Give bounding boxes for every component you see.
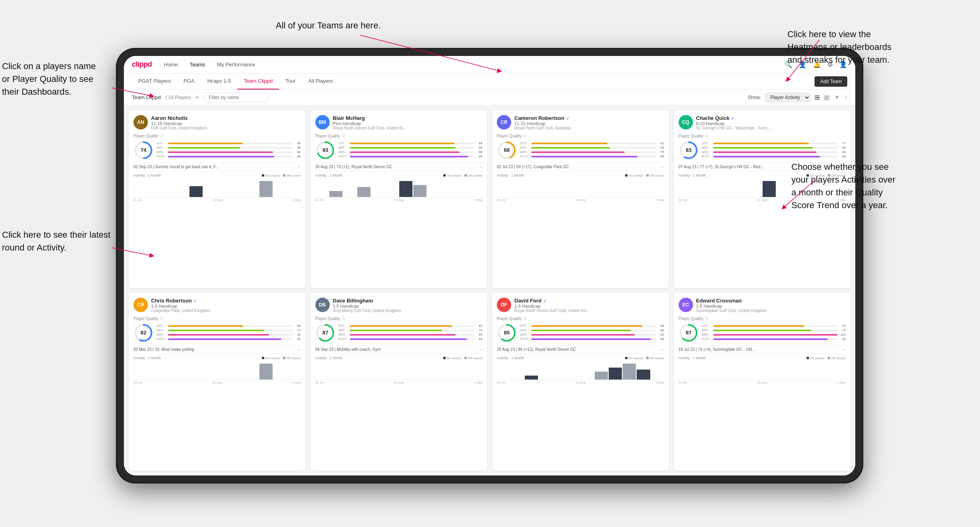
subnav-hcaps[interactable]: Hcaps 1-5 — [201, 74, 237, 89]
quality-info-icon[interactable]: ⓘ — [160, 133, 163, 139]
last-round[interactable]: 03 Mar 23 | 19, Must make putting → — [133, 345, 301, 354]
filter-icon[interactable]: ▼ — [834, 94, 840, 101]
quality-circle[interactable]: 85 — [497, 323, 517, 343]
bar-label-ott: OTT — [157, 141, 166, 145]
quality-circle[interactable]: 68 — [497, 140, 517, 160]
last-round[interactable]: 26 Aug 23 | 84 (+12), Royal North Devon … — [497, 345, 664, 354]
quality-circle[interactable]: 82 — [133, 323, 153, 343]
bar-track — [531, 325, 656, 327]
quality-info-icon[interactable]: ⓘ — [342, 133, 345, 139]
bar-value: 85 — [658, 155, 664, 158]
logo[interactable]: clippd — [132, 60, 152, 69]
player-header: AN Aaron Nicholls 11-15 Handicap Drift G… — [133, 115, 301, 130]
activity-legend: On course Off course — [262, 174, 301, 177]
grid-view-icon[interactable]: ⊞ — [815, 93, 820, 101]
player-name[interactable]: Charlie Quick ✓ — [696, 115, 846, 121]
bar-label-arg: ARG — [702, 150, 711, 154]
bar-fill — [350, 330, 442, 331]
chart-bar — [441, 197, 454, 197]
chart-bar — [413, 379, 426, 380]
last-round[interactable]: 04 Sep 23 | Mobility with coach, Gym → — [315, 345, 483, 354]
add-team-button[interactable]: Add Team — [815, 76, 847, 87]
edit-icon[interactable]: ✏ — [195, 95, 199, 100]
activity-label: Activity · 1 Month — [133, 356, 161, 360]
annotation-teams: All of your Teams are here. — [276, 19, 381, 32]
chart-bar — [735, 197, 748, 197]
player-card[interactable]: DB Dave Billingham 1-5 Handicap Snig Mai… — [311, 293, 488, 471]
player-name[interactable]: Blair McHarg — [333, 115, 483, 121]
player-card[interactable]: BM Blair McHarg Plus Handicap Royal Nort… — [311, 110, 488, 288]
list-view-icon[interactable]: ▦ — [824, 93, 830, 101]
chart-label: 31 Jul — [679, 381, 687, 384]
quality-info-icon[interactable]: ⓘ — [705, 133, 709, 139]
chart-bar — [133, 379, 147, 380]
last-round-text: 04 Sep 23 | Mobility with coach, Gym — [315, 347, 479, 352]
last-round[interactable]: 18 Jul 23 | 74 (+4), Sunningdale GC - Ol… — [679, 345, 846, 354]
svg-text:82: 82 — [141, 330, 146, 336]
player-handicap: 6-10 Handicap — [696, 121, 846, 126]
chart-bar — [399, 181, 412, 197]
chart-label: 4 Sep — [293, 381, 301, 384]
quality-section: Player Quality ⓘ 87 OTT 82 APP — [315, 316, 483, 343]
player-name[interactable]: Aaron Nicholls — [151, 115, 301, 121]
last-round[interactable]: 02 Jul 23 | 59 (+17), Craigmillar Park G… — [497, 163, 664, 171]
subnav-all-players[interactable]: All Players — [302, 74, 339, 89]
bar-track — [531, 151, 656, 153]
quality-info-icon[interactable]: ⓘ — [523, 133, 527, 139]
quality-circle[interactable]: 74 — [133, 140, 153, 160]
player-card[interactable]: DF David Ford ✓ 1-5 Handicap Royal North… — [492, 293, 669, 471]
quality-label: Player Quality ⓘ — [497, 316, 664, 321]
chart-bar — [259, 364, 273, 380]
filter-input[interactable] — [204, 93, 268, 102]
player-info: Blair McHarg Plus Handicap Royal North D… — [333, 115, 483, 130]
player-name[interactable]: David Ford ✓ — [514, 298, 664, 304]
subnav-team-clippd[interactable]: Team Clippd — [237, 74, 279, 89]
quality-circle[interactable]: 93 — [315, 140, 335, 160]
bar-track — [350, 143, 475, 144]
chart-bar — [539, 379, 552, 380]
bar-value: 94 — [476, 337, 482, 341]
nav-home[interactable]: Home — [164, 62, 178, 68]
quality-info-icon[interactable]: ⓘ — [705, 316, 709, 321]
last-round-text: 02 Sep 23 | Sunrise round to get back in… — [133, 165, 297, 169]
quality-circle[interactable]: 83 — [679, 140, 699, 160]
quality-circle[interactable]: 87 — [315, 323, 335, 343]
player-card[interactable]: AN Aaron Nicholls 11-15 Handicap Drift G… — [129, 110, 306, 288]
last-round[interactable]: 26 Aug 23 | 73 (+1), Royal North Devon G… — [315, 163, 483, 171]
player-name[interactable]: Edward Crossman — [696, 298, 846, 304]
activity-header: Activity · 1 Month On course Off course — [679, 356, 846, 360]
player-avatar: AN — [133, 115, 148, 129]
activity-header: Activity · 1 Month On course Off course — [315, 173, 483, 177]
bar-fill — [168, 151, 273, 153]
chart-bar — [651, 197, 664, 197]
nav-my-performance[interactable]: My Performance — [217, 62, 255, 68]
player-card[interactable]: CR Cameron Robertson ✓ 11-15 Handicap Ro… — [492, 110, 669, 288]
player-name[interactable]: Dave Billingham — [333, 298, 483, 304]
sort-icon[interactable]: ↕ — [844, 94, 847, 101]
quality-circle[interactable]: 87 — [679, 323, 699, 343]
quality-info-icon[interactable]: ⓘ — [160, 316, 163, 321]
bar-label-putt: PUTT — [520, 337, 530, 341]
quality-info-icon[interactable]: ⓘ — [342, 316, 345, 321]
chart-bar — [189, 379, 203, 380]
last-round-text: 26 Aug 23 | 73 (+1), Royal North Devon G… — [315, 165, 479, 169]
activity-label: Activity · 1 Month — [497, 173, 524, 177]
subnav-pga[interactable]: PGA — [177, 74, 201, 89]
subnav-pgat[interactable]: PGAT Players — [132, 74, 177, 89]
activity-label: Activity · 1 Month — [679, 356, 706, 360]
bar-fill — [350, 334, 456, 336]
chart-labels: 31 Jul21 Aug4 Sep — [315, 381, 483, 384]
show-select[interactable]: Player Activity — [765, 93, 811, 102]
player-avatar: DB — [315, 298, 330, 312]
bar-track — [713, 338, 838, 340]
player-name[interactable]: Cameron Robertson ✓ — [514, 115, 664, 121]
quality-info-icon[interactable]: ⓘ — [523, 316, 527, 321]
player-info: Chris Robertson ✓ 1-5 Handicap Craigmill… — [151, 298, 301, 313]
subnav-tour[interactable]: Tour — [279, 74, 302, 89]
last-round[interactable]: 02 Sep 23 | Sunrise round to get back in… — [133, 163, 301, 171]
player-card[interactable]: EC Edward Crossman 1-5 Handicap Sunningd… — [674, 293, 851, 471]
nav-teams[interactable]: Teams — [190, 62, 205, 68]
annotation-activities: Choose whether you see your players Acti… — [791, 148, 895, 211]
player-card[interactable]: CR Chris Robertson ✓ 1-5 Handicap Craigm… — [129, 293, 306, 471]
player-name[interactable]: Chris Robertson ✓ — [151, 298, 301, 304]
